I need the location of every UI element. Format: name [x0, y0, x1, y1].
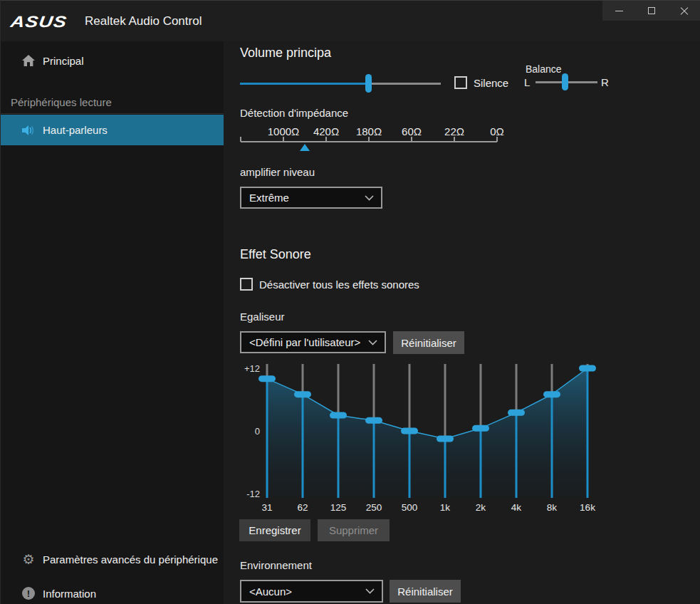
- sidebar-item-haut-parleurs[interactable]: Haut-parleurs: [1, 115, 224, 145]
- equalizer-delete-button[interactable]: Supprimer: [318, 519, 390, 541]
- equalizer-reset-button[interactable]: Réinitialiser: [393, 331, 464, 354]
- information-icon: !: [21, 587, 36, 600]
- eq-thumb-1k[interactable]: [437, 436, 454, 442]
- equalizer-preset-value: <Défini par l'utilisateur>: [249, 336, 368, 348]
- amplifier-dropdown[interactable]: Extrême: [240, 187, 382, 209]
- title-bar: ASUS Realtek Audio Control: [1, 1, 700, 41]
- sidebar-item-label: Paramètres avancés du périphérique: [43, 553, 218, 566]
- close-button[interactable]: [668, 1, 700, 21]
- eq-thumb-4k[interactable]: [508, 410, 525, 416]
- volume-slider[interactable]: [240, 74, 441, 93]
- disable-effects-label: Désactiver tous les effets sonores: [259, 278, 419, 291]
- environment-dropdown-value: <Aucun>: [249, 585, 365, 598]
- equalizer-label: Egaliseur: [240, 311, 285, 323]
- sidebar-item-label: Haut-parleurs: [43, 124, 108, 136]
- disable-effects-checkbox[interactable]: [240, 278, 253, 291]
- volume-section-title: Volume principa: [240, 46, 331, 61]
- sound-effect-title: Effet Sonore: [240, 247, 311, 262]
- environment-reset-button[interactable]: Réinitialiser: [390, 580, 461, 603]
- eq-thumb-62[interactable]: [294, 391, 311, 397]
- eq-thumb-125[interactable]: [330, 412, 347, 419]
- sidebar-divider: [1, 113, 224, 114]
- minimize-icon: [615, 11, 623, 11]
- balance-left-label: L: [524, 76, 530, 88]
- impedance-ruler: 1000Ω420Ω180Ω60Ω22Ω0Ω: [236, 126, 513, 155]
- impedance-label: 22Ω: [444, 126, 464, 137]
- gear-icon: ⚙: [21, 553, 36, 566]
- eq-thumb-2k[interactable]: [472, 425, 489, 432]
- impedance-marker: [300, 144, 310, 151]
- eq-frequency-label-4k: 4k: [511, 502, 522, 513]
- maximize-button[interactable]: [635, 1, 668, 21]
- eq-frequency-label-16k: 16k: [580, 502, 595, 513]
- eq-frequency-label-2k: 2k: [476, 502, 486, 513]
- sidebar-item-principal[interactable]: Principal: [1, 48, 224, 73]
- impedance-label: 1000Ω: [268, 126, 300, 137]
- impedance-label: 0Ω: [490, 126, 504, 137]
- sidebar-item-label: Information: [43, 588, 96, 600]
- impedance-label: 180Ω: [356, 126, 382, 137]
- environment-dropdown[interactable]: <Aucun>: [240, 580, 383, 603]
- eq-frequency-label-8k: 8k: [547, 502, 558, 513]
- balance-slider[interactable]: [536, 73, 597, 90]
- eq-frequency-label-250: 250: [366, 502, 382, 513]
- close-icon: [680, 6, 689, 15]
- eq-area-fill: [267, 368, 587, 498]
- amplifier-label: amplifier niveau: [240, 166, 315, 178]
- minimize-button[interactable]: [602, 1, 635, 21]
- environment-label: Environnement: [240, 559, 312, 571]
- equalizer-save-button[interactable]: Enregistrer: [239, 519, 310, 541]
- speaker-icon: [21, 125, 36, 136]
- app-title: Realtek Audio Control: [85, 14, 202, 28]
- sidebar: Principal Périphériques lecture Haut-par…: [1, 41, 224, 604]
- eq-frequency-label-31: 31: [261, 502, 272, 513]
- chevron-down-icon: [365, 588, 375, 594]
- sidebar-section-label: Périphériques lecture: [11, 96, 112, 108]
- equalizer-chart[interactable]: +12 0 -12 31621252505001k2k4k8k16k: [236, 357, 613, 517]
- sidebar-item-advanced-settings[interactable]: ⚙ Paramètres avancés du périphérique: [1, 546, 224, 572]
- eq-frequency-label-500: 500: [402, 502, 418, 513]
- maximize-icon: [648, 7, 655, 14]
- eq-frequency-label-125: 125: [330, 502, 347, 513]
- eq-thumb-500[interactable]: [401, 428, 418, 434]
- window-controls: [602, 1, 700, 21]
- equalizer-preset-dropdown[interactable]: <Défini par l'utilisateur>: [240, 331, 386, 353]
- eq-thumb-250[interactable]: [365, 417, 382, 424]
- eq-ytick-zero: 0: [255, 426, 260, 437]
- eq-frequency-label-62: 62: [297, 502, 308, 513]
- disable-effects-row: Désactiver tous les effets sonores: [240, 278, 419, 291]
- chevron-down-icon: [368, 340, 377, 345]
- volume-slider-thumb[interactable]: [365, 74, 372, 93]
- eq-thumb-31[interactable]: [258, 375, 276, 382]
- chevron-down-icon: [365, 195, 374, 201]
- eq-thumb-8k[interactable]: [543, 391, 560, 397]
- balance-slider-thumb[interactable]: [562, 73, 568, 90]
- sidebar-item-label: Principal: [43, 55, 84, 67]
- volume-slider-fill: [240, 83, 368, 85]
- home-icon: [21, 54, 36, 67]
- eq-ytick-minus12: -12: [246, 489, 260, 499]
- eq-ytick-plus12: +12: [244, 363, 260, 374]
- eq-thumb-16k[interactable]: [579, 365, 596, 372]
- balance-right-label: R: [601, 76, 609, 88]
- impedance-label: 420Ω: [313, 126, 339, 137]
- sidebar-item-information[interactable]: ! Information: [1, 580, 224, 604]
- impedance-label: 60Ω: [402, 126, 422, 137]
- app-window: ASUS Realtek Audio Control Principal Pér…: [0, 0, 700, 604]
- silence-checkbox[interactable]: [454, 76, 467, 89]
- silence-label: Silence: [474, 77, 508, 89]
- asus-logo: ASUS: [9, 14, 68, 31]
- silence-checkbox-row: Silence: [454, 76, 508, 89]
- impedance-title: Détection d'impédance: [240, 107, 348, 119]
- eq-frequency-label-1k: 1k: [440, 502, 451, 513]
- amplifier-dropdown-value: Extrême: [249, 192, 365, 204]
